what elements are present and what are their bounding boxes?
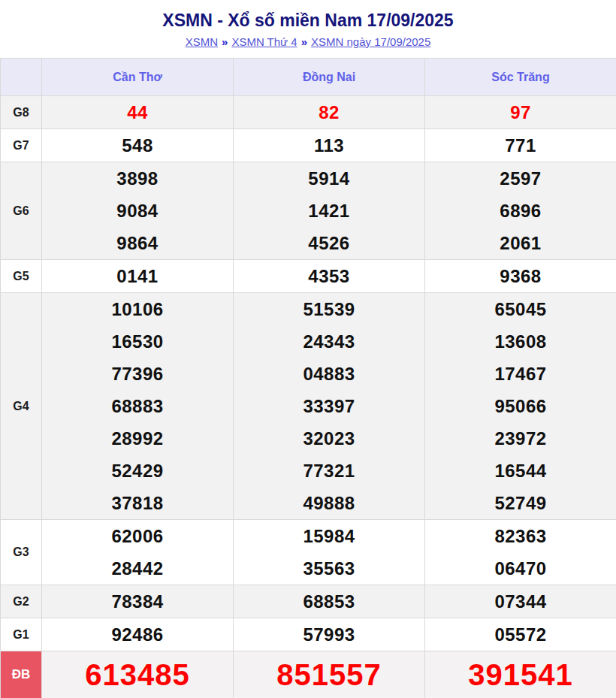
prize-value: 6896 — [425, 195, 616, 227]
prize-cell: 15984 35563 — [234, 520, 425, 585]
column-header-soc-trang: Sóc Trăng — [425, 59, 616, 96]
prize-cell: 07344 — [425, 585, 616, 618]
prize-value: 37818 — [42, 487, 233, 519]
prize-value: 35563 — [234, 552, 424, 585]
prize-value: 07344 — [425, 585, 616, 618]
prize-value-jackpot: 613485 — [42, 651, 233, 698]
lottery-results-page: XSMN - Xổ số miền Nam 17/09/2025 XSMN»XS… — [0, 11, 616, 698]
prize-value: 82363 — [425, 520, 616, 552]
prize-value: 49888 — [234, 487, 424, 519]
prize-value: 92486 — [42, 618, 233, 651]
prize-value: 52749 — [425, 487, 616, 519]
prize-row-g5: G5 0141 4353 9368 — [1, 260, 616, 293]
prize-label-g1: G1 — [1, 618, 42, 651]
prize-cell: 4353 — [234, 260, 425, 293]
prize-row-g2: G2 78384 68853 07344 — [1, 585, 616, 618]
results-table: Cần Thơ Đồng Nai Sóc Trăng G8 44 82 97 G… — [0, 58, 616, 698]
prize-cell: 10106 16530 77396 68883 28992 52429 3781… — [42, 293, 234, 520]
prize-value: 15984 — [234, 520, 424, 552]
prize-cell: 2597 6896 2061 — [425, 162, 616, 260]
prize-cell: 57993 — [234, 618, 425, 651]
prize-label-g3: G3 — [1, 520, 42, 585]
prize-label-g6: G6 — [1, 162, 42, 260]
prize-value: 32023 — [234, 422, 424, 455]
prize-value: 51539 — [234, 293, 424, 325]
breadcrumb-link-xsmn[interactable]: XSMN — [186, 35, 218, 48]
prize-cell: 9368 — [425, 260, 616, 293]
prize-value: 62006 — [42, 520, 233, 552]
prize-value: 5914 — [234, 162, 424, 195]
prize-value: 16530 — [42, 325, 233, 358]
prize-value: 68853 — [234, 585, 424, 618]
prize-label-g2: G2 — [1, 585, 42, 618]
prize-label-g5: G5 — [1, 260, 42, 293]
prize-label-g7: G7 — [1, 129, 42, 162]
prize-value: 33397 — [234, 390, 424, 422]
prize-cell: 613485 — [42, 651, 234, 698]
prize-value: 06470 — [425, 552, 616, 585]
prize-value: 113 — [234, 129, 424, 162]
prize-value: 52429 — [42, 455, 233, 487]
breadcrumb-link-xsmn-ngay[interactable]: XSMN ngày 17/09/2025 — [311, 35, 430, 48]
prize-row-g7: G7 548 113 771 — [1, 129, 616, 162]
prize-cell: 44 — [42, 96, 234, 129]
breadcrumb-separator: » — [301, 35, 307, 48]
prize-row-g1: G1 92486 57993 05572 — [1, 618, 616, 651]
prize-value: 28992 — [42, 422, 233, 455]
prize-value: 771 — [425, 129, 616, 162]
prize-value: 57993 — [234, 618, 424, 651]
prize-value: 2061 — [425, 227, 616, 259]
prize-value: 97 — [425, 96, 616, 128]
prize-value: 44 — [42, 96, 233, 128]
prize-value: 23972 — [425, 422, 616, 455]
prize-cell: 391541 — [425, 651, 616, 698]
prize-value: 16544 — [425, 455, 616, 487]
prize-label-db: ĐB — [1, 651, 42, 698]
prize-value: 4526 — [234, 227, 424, 259]
prize-value-jackpot: 391541 — [425, 651, 616, 698]
prize-row-db: ĐB 613485 851557 391541 — [1, 651, 616, 698]
prize-value: 9084 — [42, 195, 233, 227]
breadcrumb-link-xsmn-thu-4[interactable]: XSMN Thứ 4 — [231, 35, 297, 48]
prize-value: 1421 — [234, 195, 424, 227]
prize-value: 77396 — [42, 358, 233, 390]
prize-cell: 851557 — [234, 651, 425, 698]
breadcrumb-separator: » — [222, 35, 228, 48]
prize-row-g8: G8 44 82 97 — [1, 96, 616, 129]
prize-value: 3898 — [42, 162, 233, 195]
header-row: Cần Thơ Đồng Nai Sóc Trăng — [1, 59, 616, 96]
prize-value: 10106 — [42, 293, 233, 325]
prize-value: 65045 — [425, 293, 616, 325]
prize-label-g4: G4 — [1, 293, 42, 520]
prize-cell: 0141 — [42, 260, 234, 293]
prize-value: 95066 — [425, 390, 616, 422]
prize-value: 82 — [234, 96, 424, 128]
prize-cell: 92486 — [42, 618, 234, 651]
prize-cell: 82363 06470 — [425, 520, 616, 585]
prize-row-g4: G4 10106 16530 77396 68883 28992 52429 3… — [1, 293, 616, 520]
prize-label-g8: G8 — [1, 96, 42, 129]
prize-value: 78384 — [42, 585, 233, 618]
prize-value: 13608 — [425, 325, 616, 358]
prize-cell: 771 — [425, 129, 616, 162]
prize-cell: 3898 9084 9864 — [42, 162, 234, 260]
prize-cell: 548 — [42, 129, 234, 162]
prize-cell: 62006 28442 — [42, 520, 234, 585]
prize-value: 77321 — [234, 455, 424, 487]
prize-value: 4353 — [234, 260, 424, 292]
prize-value: 05572 — [425, 618, 616, 651]
prize-value: 28442 — [42, 552, 233, 585]
prize-cell: 65045 13608 17467 95066 23972 16544 5274… — [425, 293, 616, 520]
prize-value: 0141 — [42, 260, 233, 292]
prize-value: 04883 — [234, 358, 424, 390]
breadcrumb: XSMN»XSMN Thứ 4»XSMN ngày 17/09/2025 — [0, 35, 616, 48]
prize-value-jackpot: 851557 — [234, 651, 424, 698]
prize-value: 68883 — [42, 390, 233, 422]
prize-value: 17467 — [425, 358, 616, 390]
prize-cell: 51539 24343 04883 33397 32023 77321 4988… — [234, 293, 425, 520]
prize-row-g3: G3 62006 28442 15984 35563 82363 06470 — [1, 520, 616, 585]
column-header-dong-nai: Đồng Nai — [234, 59, 425, 96]
prize-value: 2597 — [425, 162, 616, 195]
prize-cell: 78384 — [42, 585, 234, 618]
prize-row-g6: G6 3898 9084 9864 5914 1421 4526 2597 68… — [1, 162, 616, 260]
